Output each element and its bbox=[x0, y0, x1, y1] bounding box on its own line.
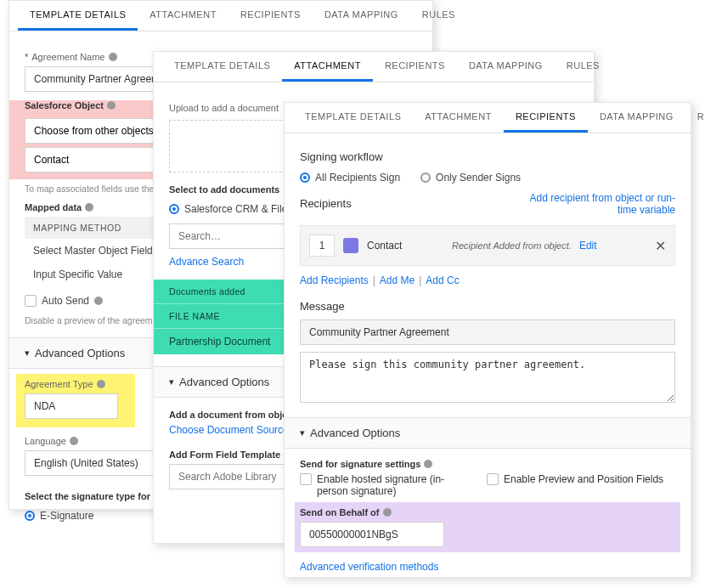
add-me-link[interactable]: Add Me bbox=[380, 274, 415, 286]
preview-fields-checkbox[interactable] bbox=[487, 473, 499, 485]
tab-bar: TEMPLATE DETAILS ATTACHMENT RECIPIENTS D… bbox=[285, 103, 691, 133]
info-icon bbox=[424, 460, 432, 468]
tab-rules[interactable]: RULES bbox=[410, 1, 467, 31]
tab-attachment[interactable]: ATTACHMENT bbox=[413, 103, 504, 133]
message-label: Message bbox=[300, 300, 675, 313]
info-icon bbox=[94, 297, 103, 305]
add-recipients-link[interactable]: Add Recipients bbox=[300, 274, 369, 286]
chevron-down-icon: ▾ bbox=[169, 376, 174, 387]
only-sender-option: Only Sender Signs bbox=[436, 172, 521, 184]
hosted-signature-label: Enable hosted signature (in-person signa… bbox=[317, 473, 461, 497]
send-on-behalf-input[interactable] bbox=[300, 522, 444, 547]
e-signature-option: E-Signature bbox=[40, 510, 93, 522]
e-signature-radio[interactable] bbox=[25, 511, 35, 521]
agreement-type-label: Agreement Type bbox=[25, 379, 127, 389]
tab-data-mapping[interactable]: DATA MAPPING bbox=[457, 52, 555, 82]
tab-data-mapping[interactable]: DATA MAPPING bbox=[588, 103, 685, 133]
all-recipients-radio[interactable] bbox=[300, 172, 310, 183]
recipient-name: Contact bbox=[367, 240, 443, 252]
chevron-down-icon: ▾ bbox=[25, 348, 30, 359]
message-subject-input[interactable] bbox=[300, 319, 675, 345]
tab-attachment[interactable]: ATTACHMENT bbox=[138, 1, 228, 31]
crm-files-radio[interactable] bbox=[169, 204, 179, 214]
info-icon bbox=[107, 101, 116, 110]
tab-bar: TEMPLATE DETAILS ATTACHMENT RECIPIENTS D… bbox=[9, 1, 432, 31]
advanced-search-link[interactable]: Advance Search bbox=[169, 256, 244, 268]
tab-recipients[interactable]: RECIPIENTS bbox=[228, 1, 313, 31]
tab-template-details[interactable]: TEMPLATE DETAILS bbox=[293, 103, 413, 133]
send-on-behalf-highlight: Send on Behalf of bbox=[295, 502, 680, 552]
chevron-down-icon: ▾ bbox=[300, 427, 305, 438]
add-cc-link[interactable]: Add Cc bbox=[426, 274, 459, 286]
tab-bar: TEMPLATE DETAILS ATTACHMENT RECIPIENTS D… bbox=[154, 52, 594, 82]
recipient-order[interactable]: 1 bbox=[309, 235, 335, 257]
hosted-signature-checkbox[interactable] bbox=[300, 473, 312, 485]
info-icon bbox=[70, 437, 78, 445]
crm-files-option: Salesforce CRM & Files bbox=[184, 203, 292, 215]
recipient-type-icon bbox=[343, 238, 358, 253]
recipient-row: 1 Contact Recipient Added from object. E… bbox=[300, 225, 675, 266]
preview-fields-label: Enable Preview and Position Fields bbox=[504, 473, 663, 485]
recipient-edit-link[interactable]: Edit bbox=[579, 240, 597, 252]
signing-workflow-label: Signing workflow bbox=[300, 150, 675, 163]
info-icon bbox=[383, 508, 392, 517]
tab-template-details[interactable]: TEMPLATE DETAILS bbox=[162, 52, 282, 82]
auto-send-label: Auto Send bbox=[42, 295, 89, 307]
tab-recipients[interactable]: RECIPIENTS bbox=[373, 52, 457, 82]
tab-data-mapping[interactable]: DATA MAPPING bbox=[313, 1, 410, 31]
choose-document-source-link[interactable]: Choose Document Source bbox=[169, 424, 289, 436]
info-icon bbox=[109, 53, 117, 61]
tab-rules[interactable]: RULES bbox=[555, 52, 612, 82]
tab-rules[interactable]: RULES bbox=[685, 103, 705, 133]
info-icon bbox=[97, 380, 105, 388]
tab-template-details[interactable]: TEMPLATE DETAILS bbox=[18, 1, 138, 31]
recipient-info: Recipient Added from object. Edit bbox=[452, 240, 646, 252]
add-recipient-object-link[interactable]: Add recipient from object or run-time va… bbox=[522, 192, 675, 216]
message-body-textarea[interactable] bbox=[300, 352, 675, 403]
agreement-type-input[interactable] bbox=[25, 393, 118, 419]
remove-recipient-icon[interactable]: ✕ bbox=[655, 238, 666, 254]
auto-send-checkbox[interactable] bbox=[25, 295, 37, 307]
panel-recipients: TEMPLATE DETAILS ATTACHMENT RECIPIENTS D… bbox=[284, 102, 691, 578]
advanced-verification-link[interactable]: Advanced verification methods bbox=[300, 561, 438, 573]
tab-attachment[interactable]: ATTACHMENT bbox=[282, 52, 373, 82]
agreement-type-highlight: Agreement Type bbox=[16, 374, 135, 427]
tab-recipients[interactable]: RECIPIENTS bbox=[504, 103, 588, 133]
send-on-behalf-label: Send on Behalf of bbox=[300, 507, 675, 517]
all-recipients-option: All Recipients Sign bbox=[315, 172, 400, 184]
only-sender-radio[interactable] bbox=[420, 172, 431, 183]
info-icon bbox=[85, 203, 93, 212]
recipients-label: Recipients bbox=[300, 197, 352, 210]
advanced-options-header[interactable]: ▾ Advanced Options bbox=[285, 417, 691, 449]
send-signature-settings-label: Send for signature settings bbox=[300, 459, 675, 469]
